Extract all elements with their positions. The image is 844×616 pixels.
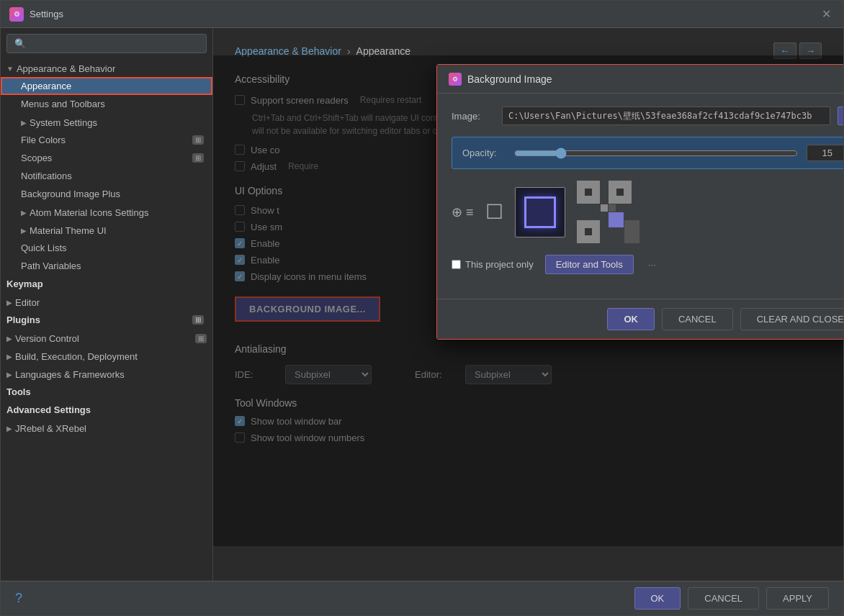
plugins-badge: ⊞ bbox=[192, 315, 204, 325]
opacity-value-input[interactable] bbox=[807, 145, 843, 161]
sidebar-item-label: Advanced Settings bbox=[6, 404, 91, 415]
sidebar-item-label: Path Variables bbox=[21, 261, 81, 271]
chevron-right-icon: ▶ bbox=[6, 425, 12, 432]
help-icon[interactable]: ? bbox=[15, 591, 22, 606]
sidebar-item-tools[interactable]: Tools bbox=[1, 383, 212, 401]
options-row: This project only Editor and Tools ··· bbox=[452, 255, 843, 274]
opacity-label: Opacity: bbox=[462, 148, 506, 158]
sidebar-item-label: File Colors bbox=[21, 135, 66, 145]
preview-row: ⊕ ≡ ☐ bbox=[452, 181, 843, 243]
image-field-row: Image: ... bbox=[452, 107, 843, 125]
app-icon: ⚙ bbox=[9, 7, 24, 22]
sidebar-item-label: Version Control bbox=[15, 333, 79, 344]
sidebar-item-label: Quick Lists bbox=[21, 243, 67, 253]
chevron-right-icon: ▶ bbox=[21, 119, 27, 127]
sidebar-item-languages[interactable]: ▶ Languages & Frameworks bbox=[1, 365, 212, 383]
sidebar-item-label: Editor bbox=[15, 297, 40, 308]
sidebar-item-appearance[interactable]: Appearance bbox=[1, 77, 212, 95]
sidebar-item-keymap[interactable]: Keymap bbox=[1, 275, 212, 293]
sidebar-item-path-variables[interactable]: Path Variables bbox=[1, 257, 212, 275]
sidebar-item-label: Appearance bbox=[21, 81, 71, 91]
window-title: Settings bbox=[30, 9, 817, 19]
sidebar-item-notifications[interactable]: Notifications bbox=[1, 167, 212, 185]
editor-tools-button[interactable]: Editor and Tools bbox=[545, 255, 634, 274]
dialog-cancel-button[interactable]: CANCEL bbox=[662, 308, 733, 330]
sidebar-item-system-settings[interactable]: ▶ System Settings bbox=[1, 113, 212, 131]
ok-button[interactable]: OK bbox=[634, 587, 681, 610]
content-area: Appearance & Behavior › Appearance ← → A… bbox=[213, 28, 843, 581]
chevron-right-icon: ▶ bbox=[21, 209, 27, 217]
bottom-bar: ? OK CANCEL APPLY bbox=[1, 581, 843, 615]
preview-inner bbox=[524, 196, 556, 228]
sidebar-item-quick-lists[interactable]: Quick Lists bbox=[1, 239, 212, 257]
image-label: Image: bbox=[452, 111, 495, 122]
close-button[interactable]: ✕ bbox=[817, 6, 835, 23]
image-path-input[interactable] bbox=[502, 107, 830, 125]
sidebar-item-material-theme[interactable]: ▶ Material Theme UI bbox=[1, 221, 212, 239]
dialog-title-bar: ⚙ Background Image ✕ bbox=[437, 65, 843, 94]
chevron-right-icon: ▶ bbox=[6, 335, 12, 343]
dialog-body: Image: ... Opacity: ⊕ ≡ bbox=[437, 94, 843, 299]
this-project-checkbox[interactable] bbox=[452, 260, 461, 269]
sidebar-item-label: Build, Execution, Deployment bbox=[15, 351, 138, 362]
placement-icon[interactable]: ☐ bbox=[485, 200, 503, 224]
sidebar-item-label: Notifications bbox=[21, 171, 72, 181]
sidebar-item-editor[interactable]: ▶ Editor bbox=[1, 293, 212, 311]
sidebar-item-file-colors[interactable]: File Colors ⊞ bbox=[1, 131, 212, 149]
more-options-icon[interactable]: ··· bbox=[648, 259, 656, 270]
dialog-title: Background Image bbox=[467, 73, 843, 85]
sidebar-item-label: JRebel & XRebel bbox=[15, 423, 86, 434]
sidebar-item-label: Languages & Frameworks bbox=[15, 369, 125, 380]
sidebar-item-label: Background Image Plus bbox=[21, 189, 120, 199]
chevron-right-icon: ▶ bbox=[21, 227, 27, 235]
cancel-button[interactable]: CANCEL bbox=[688, 587, 759, 610]
preview-box bbox=[515, 187, 565, 237]
browse-button[interactable]: ... bbox=[838, 107, 843, 125]
sidebar-item-background-image-plus[interactable]: Background Image Plus bbox=[1, 185, 212, 203]
dialog-clear-close-button[interactable]: CLEAR AND CLOSE bbox=[740, 308, 843, 330]
sidebar-item-label: Scopes bbox=[21, 153, 52, 163]
sidebar-item-label: Tools bbox=[6, 386, 31, 397]
main-layout: 🔍 ▼ Appearance & Behavior Appearance Men… bbox=[1, 28, 843, 581]
sidebar-item-version-control[interactable]: ▶ Version Control ⊞ bbox=[1, 329, 212, 347]
sidebar-item-menus-toolbars[interactable]: Menus and Toolbars bbox=[1, 95, 212, 113]
dialog-bottom-bar: OK CANCEL CLEAR AND CLOSE bbox=[437, 299, 843, 339]
chevron-right-icon: ▶ bbox=[6, 299, 12, 307]
search-box[interactable]: 🔍 bbox=[6, 34, 207, 53]
scopes-badge: ⊞ bbox=[192, 153, 204, 163]
sidebar-item-scopes[interactable]: Scopes ⊞ bbox=[1, 149, 212, 167]
sidebar-item-jrebel[interactable]: ▶ JRebel & XRebel bbox=[1, 419, 212, 437]
sidebar-group-label: Appearance & Behavior bbox=[17, 63, 115, 74]
sidebar-item-label: System Settings bbox=[30, 117, 97, 128]
sidebar-item-label: Keymap bbox=[6, 278, 43, 289]
sidebar-item-plugins[interactable]: Plugins ⊞ bbox=[1, 311, 212, 329]
chevron-right-icon: ▶ bbox=[6, 371, 12, 379]
move-icon: ⊕ ≡ bbox=[452, 204, 474, 220]
dialog-ok-button[interactable]: OK bbox=[607, 308, 655, 330]
opacity-row: Opacity: bbox=[452, 137, 843, 169]
sidebar-item-build-exec[interactable]: ▶ Build, Execution, Deployment bbox=[1, 347, 212, 365]
title-bar: ⚙ Settings ✕ bbox=[1, 1, 843, 28]
sidebar-item-label: Atom Material Icons Settings bbox=[30, 207, 148, 218]
sidebar-item-label: Menus and Toolbars bbox=[21, 99, 105, 109]
this-project-label[interactable]: This project only bbox=[452, 259, 534, 270]
file-colors-badge: ⊞ bbox=[192, 135, 204, 145]
apply-button[interactable]: APPLY bbox=[766, 587, 829, 610]
sidebar-item-label: Plugins bbox=[6, 314, 40, 325]
qr-preview bbox=[577, 181, 639, 243]
dialog-icon: ⚙ bbox=[449, 73, 462, 86]
search-input[interactable] bbox=[30, 38, 199, 49]
search-icon: 🔍 bbox=[14, 38, 26, 49]
chevron-right-icon: ▶ bbox=[6, 353, 12, 361]
chevron-down-icon: ▼ bbox=[6, 65, 14, 73]
opacity-slider[interactable] bbox=[514, 148, 798, 159]
settings-window: ⚙ Settings ✕ 🔍 ▼ Appearance & Behavior A… bbox=[0, 0, 844, 616]
sidebar-group-appearance-behavior[interactable]: ▼ Appearance & Behavior bbox=[1, 59, 212, 77]
background-image-dialog: ⚙ Background Image ✕ Image: ... Opacity: bbox=[436, 64, 843, 340]
vc-badge: ⊞ bbox=[195, 334, 207, 343]
sidebar-item-label: Material Theme UI bbox=[30, 225, 107, 236]
sidebar: 🔍 ▼ Appearance & Behavior Appearance Men… bbox=[1, 28, 213, 581]
this-project-text: This project only bbox=[465, 259, 534, 270]
sidebar-item-atom-material[interactable]: ▶ Atom Material Icons Settings bbox=[1, 203, 212, 221]
sidebar-item-advanced-settings[interactable]: Advanced Settings bbox=[1, 401, 212, 419]
